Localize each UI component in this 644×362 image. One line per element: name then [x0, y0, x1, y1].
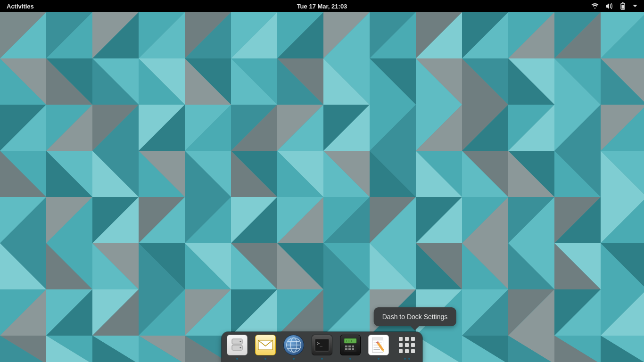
dock-item-terminal[interactable]: >_	[311, 335, 333, 361]
dock: >_ +++	[222, 332, 422, 362]
svg-rect-246	[345, 348, 347, 350]
svg-rect-1	[622, 2, 624, 3]
volume-icon[interactable]	[605, 3, 613, 9]
svg-rect-244	[348, 346, 351, 347]
notepad-icon	[368, 335, 389, 355]
dropdown-icon[interactable]	[633, 4, 637, 8]
dock-item-text-editor[interactable]	[368, 335, 389, 361]
calculator-icon: +++	[340, 335, 361, 355]
dock-item-show-applications[interactable]	[396, 335, 418, 361]
clock[interactable]: Tue 17 Mar, 21:03	[297, 3, 347, 10]
svg-rect-245	[352, 346, 354, 347]
terminal-icon: >_	[312, 335, 332, 355]
svg-rect-243	[345, 346, 347, 347]
svg-text:+++: +++	[346, 339, 353, 343]
activities-button[interactable]: Activities	[0, 3, 34, 10]
dock-item-calculator[interactable]: +++	[339, 335, 361, 361]
svg-point-230	[240, 341, 241, 342]
dock-item-files[interactable]	[226, 335, 248, 361]
top-bar: Activities Tue 17 Mar, 21:03	[0, 0, 644, 12]
mail-icon	[255, 335, 276, 355]
svg-point-231	[240, 347, 241, 348]
dock-item-mail[interactable]	[255, 335, 276, 361]
apps-grid-icon	[396, 335, 417, 355]
globe-icon	[283, 335, 304, 355]
svg-text:>_: >_	[317, 341, 323, 346]
svg-rect-247	[348, 348, 351, 350]
svg-rect-250	[372, 338, 383, 341]
battery-icon[interactable]	[619, 2, 626, 10]
desktop-wallpaper	[0, 12, 644, 362]
tooltip: Dash to Dock Settings	[374, 307, 456, 326]
dock-item-web[interactable]	[283, 335, 305, 361]
svg-rect-248	[352, 348, 354, 350]
wifi-icon[interactable]	[591, 3, 599, 9]
file-manager-icon	[227, 335, 248, 355]
system-tray	[591, 2, 644, 10]
svg-rect-2	[622, 5, 624, 9]
